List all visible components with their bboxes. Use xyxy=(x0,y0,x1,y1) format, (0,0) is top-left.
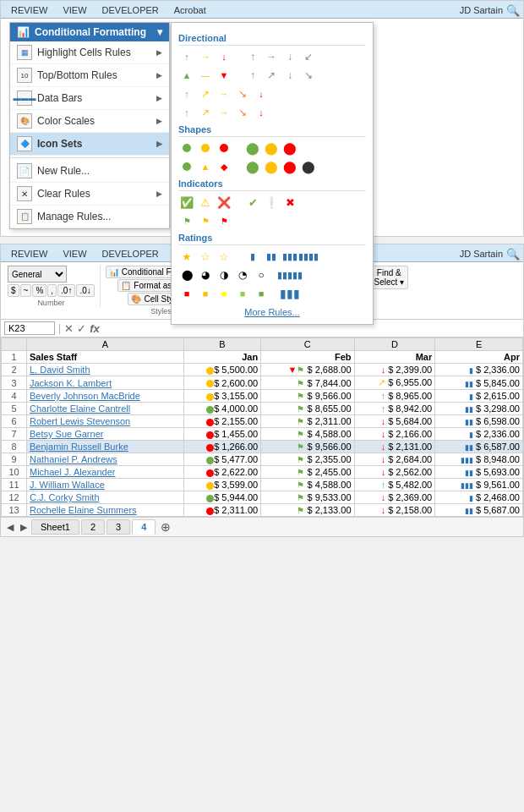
find-select-btn[interactable]: Find &Select ▾ xyxy=(370,266,409,289)
cell-c10[interactable]: ⚑ $ 2,455.00 xyxy=(261,466,354,479)
cell-e13[interactable]: ▮▮ $ 5,687.00 xyxy=(435,504,523,517)
arr3-ur[interactable]: ↗ xyxy=(197,85,214,102)
cell-e11[interactable]: ▮▮▮ $ 9,561.00 xyxy=(435,479,523,491)
sq3[interactable]: ■ xyxy=(216,285,232,302)
cell-e8[interactable]: ▮▮ $ 6,587.00 xyxy=(435,441,523,453)
menu-item-newrule[interactable]: 📄 New Rule... xyxy=(10,160,169,183)
cell-a13[interactable]: Rochelle Elaine Summers xyxy=(27,504,184,517)
arr2-dn[interactable]: ↓ xyxy=(281,67,298,84)
cell-c2[interactable]: ▼⚑ $ 2,688.00 xyxy=(261,364,354,376)
col-c[interactable]: C xyxy=(261,338,354,351)
sheet-tab-2[interactable]: 2 xyxy=(81,519,105,535)
flag-red-icon[interactable]: ⚑ xyxy=(216,212,232,229)
star1[interactable]: ★ xyxy=(178,248,195,265)
more-rules-link[interactable]: More Rules... xyxy=(178,307,366,317)
flag-green-icon[interactable]: ⚑ xyxy=(178,212,195,229)
arrow-right-yellow[interactable]: → xyxy=(197,48,214,65)
cell-d6[interactable]: ↓ $ 5,684.00 xyxy=(354,415,435,428)
header-staff[interactable]: Sales Staff xyxy=(27,351,184,364)
cell-c6[interactable]: ⚑ $ 2,311.00 xyxy=(261,415,354,428)
cell-a8[interactable]: Benjamin Russell Burke xyxy=(27,441,184,453)
cell-b6[interactable]: $ 2,155.00 xyxy=(183,415,261,428)
cell-b9[interactable]: $ 5,477.00 xyxy=(183,453,261,466)
arrow-down-red[interactable]: ↓ xyxy=(216,48,232,65)
cell-e7[interactable]: ▮ $ 2,336.00 xyxy=(435,428,523,441)
bar-big[interactable]: ▮▮▮ xyxy=(281,285,298,302)
cell-e9[interactable]: ▮▮▮ $ 8,948.00 xyxy=(435,453,523,466)
circle3-yellow[interactable]: ⬤ xyxy=(263,158,280,175)
circle3-red[interactable]: ⬤ xyxy=(281,158,298,175)
bottom-tab-developer[interactable]: DEVELOPER xyxy=(96,246,166,261)
circle-yellow-fill[interactable]: ⬤ xyxy=(263,140,280,156)
percent-btn[interactable]: % xyxy=(32,284,46,297)
cell-a10[interactable]: Michael J. Alexander xyxy=(27,466,184,479)
col-a[interactable]: A xyxy=(27,338,184,351)
cell-a6[interactable]: Robert Lewis Stevenson xyxy=(27,415,184,428)
menu-item-managerules[interactable]: 📋 Manage Rules... xyxy=(10,206,169,228)
cell-b10[interactable]: $ 2,622.00 xyxy=(183,466,261,479)
sheet-tab-1[interactable]: Sheet1 xyxy=(31,519,79,535)
cell-d7[interactable]: ↓ $ 2,166.00 xyxy=(354,428,435,441)
warn-yellow-circle[interactable]: ⚠ xyxy=(197,194,214,211)
cell-c13[interactable]: ⚑ $ 2,133.00 xyxy=(261,504,354,517)
comma-btn[interactable]: , xyxy=(47,284,57,297)
arr2-up[interactable]: ↑ xyxy=(244,67,261,84)
sq4[interactable]: ■ xyxy=(234,285,251,302)
sheet-add-btn[interactable]: ⊕ xyxy=(157,520,174,534)
pie1[interactable]: ◕ xyxy=(197,266,214,283)
arrow-dl-outline[interactable]: ↙ xyxy=(300,48,317,65)
tilde-btn[interactable]: ~ xyxy=(20,284,32,297)
arr4-up[interactable]: ↑ xyxy=(178,104,195,121)
cell-c12[interactable]: ⚑ $ 9,533.00 xyxy=(261,491,354,504)
header-jan[interactable]: Jan xyxy=(183,351,261,364)
circle-red-fill[interactable]: ⬤ xyxy=(281,140,298,156)
x-red-circle[interactable]: ❌ xyxy=(216,194,232,211)
dec-down-btn[interactable]: .0↓ xyxy=(76,284,94,297)
cell-b3[interactable]: $ 2,600.00 xyxy=(183,376,261,390)
cell-c7[interactable]: ⚑ $ 4,588.00 xyxy=(261,428,354,441)
cell-b5[interactable]: $ 4,000.00 xyxy=(183,403,261,415)
cell-e6[interactable]: ▮▮ $ 6,598.00 xyxy=(435,415,523,428)
arr4-ur[interactable]: ↗ xyxy=(197,104,214,121)
x-red[interactable]: ✖ xyxy=(281,194,298,211)
fx-icon[interactable]: fx xyxy=(90,322,100,335)
search-icon[interactable]: 🔍 xyxy=(506,4,520,17)
bar-r4[interactable]: ▮▮▮▮ xyxy=(300,248,317,265)
menu-item-iconsets[interactable]: 🔷 Icon Sets ▶ xyxy=(10,133,169,156)
cell-d9[interactable]: ↓ $ 2,684.00 xyxy=(354,453,435,466)
cell-e12[interactable]: ▮ $ 2,468.00 xyxy=(435,491,523,504)
diamond-red[interactable]: ◆ xyxy=(216,158,232,175)
dec-up-btn[interactable]: .0↑ xyxy=(57,284,75,297)
cell-c8[interactable]: ⚑ $ 9,566.00 xyxy=(261,441,354,453)
cell-e2[interactable]: ▮ $ 2,336.00 xyxy=(435,364,523,376)
cell-b4[interactable]: $ 3,155.00 xyxy=(183,390,261,403)
cell-a5[interactable]: Charlotte Elaine Cantrell xyxy=(27,403,184,415)
pie3[interactable]: ◔ xyxy=(234,266,251,283)
col-b[interactable]: B xyxy=(183,338,261,351)
tab-developer[interactable]: DEVELOPER xyxy=(96,3,166,18)
circle-red[interactable] xyxy=(216,140,232,156)
cell-a7[interactable]: Betsy Sue Garner xyxy=(27,428,184,441)
dash-yellow[interactable]: — xyxy=(197,67,214,84)
tab-review[interactable]: REVIEW xyxy=(4,3,54,18)
menu-item-colorscales[interactable]: 🎨 Color Scales ▶ xyxy=(10,110,169,133)
cell-e10[interactable]: ▮▮ $ 5,693.00 xyxy=(435,466,523,479)
cell-b8[interactable]: $ 1,266.00 xyxy=(183,441,261,453)
cell-d13[interactable]: ↓ $ 2,158.00 xyxy=(354,504,435,517)
arrow-down-outline[interactable]: ↓ xyxy=(281,48,298,65)
circle3-black[interactable]: ⬤ xyxy=(300,158,317,175)
bar-r3[interactable]: ▮▮▮ xyxy=(281,248,298,265)
sq2[interactable]: ■ xyxy=(197,285,214,302)
cell-ref-input[interactable] xyxy=(4,321,55,335)
menu-item-databars[interactable]: ▬▬▬ Data Bars ▶ xyxy=(10,87,169,110)
bar-r5[interactable]: ▮▮▮▮▮ xyxy=(281,266,298,283)
pie2[interactable]: ◑ xyxy=(216,266,232,283)
bottom-tab-review[interactable]: REVIEW xyxy=(4,246,54,261)
cell-d2[interactable]: ↓ $ 2,399.00 xyxy=(354,364,435,376)
cell-c3[interactable]: ⚑ $ 7,844.00 xyxy=(261,376,354,390)
cell-a11[interactable]: J. William Wallace xyxy=(27,479,184,491)
arrow-up-green[interactable]: ↑ xyxy=(178,48,195,65)
sheet-nav-left[interactable]: ◀ xyxy=(4,522,16,533)
tri-down-red[interactable]: ▼ xyxy=(216,67,232,84)
col-e[interactable]: E xyxy=(435,338,523,351)
